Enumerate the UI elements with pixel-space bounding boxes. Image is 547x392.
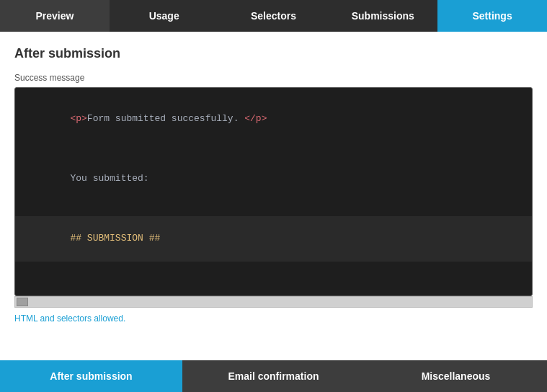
tab-miscellaneous[interactable]: Miscellaneous bbox=[365, 360, 547, 392]
code-line-4 bbox=[25, 202, 522, 217]
code-text-submitted: You submitted: bbox=[70, 173, 148, 184]
tab-usage[interactable]: Usage bbox=[110, 0, 219, 32]
tab-after-submission[interactable]: After submission bbox=[0, 360, 182, 392]
tab-submissions[interactable]: Submissions bbox=[328, 0, 437, 32]
tab-settings[interactable]: Settings bbox=[437, 0, 547, 32]
code-keyword-submission: ## SUBMISSION ## bbox=[70, 233, 160, 244]
section-title: After submission bbox=[14, 46, 533, 61]
code-text-form: Form submitted succesfully. bbox=[87, 113, 244, 124]
field-label: Success message bbox=[14, 73, 533, 83]
main-content: After submission Success message <p>Form… bbox=[0, 32, 547, 392]
tab-selectors[interactable]: Selectors bbox=[219, 0, 329, 32]
scroll-bar[interactable] bbox=[14, 296, 533, 308]
hint-text: HTML and selectors allowed. bbox=[14, 313, 533, 324]
page-wrapper: Preview Usage Selectors Submissions Sett… bbox=[0, 0, 547, 392]
scroll-thumb[interactable] bbox=[17, 298, 28, 306]
tab-email-confirmation[interactable]: Email confirmation bbox=[182, 360, 365, 392]
code-line-3: You submitted: bbox=[25, 156, 522, 201]
top-nav: Preview Usage Selectors Submissions Sett… bbox=[0, 0, 547, 32]
code-tag-open: <p> bbox=[70, 113, 86, 124]
code-line-2 bbox=[25, 141, 522, 156]
tab-preview[interactable]: Preview bbox=[0, 0, 110, 32]
code-line-1: <p>Form submitted succesfully. </p> bbox=[25, 97, 522, 141]
code-line-5: ## SUBMISSION ## bbox=[15, 216, 532, 261]
code-editor[interactable]: <p>Form submitted succesfully. </p> You … bbox=[14, 87, 533, 296]
code-tag-close: </p> bbox=[244, 113, 267, 124]
bottom-nav: After submission Email confirmation Misc… bbox=[0, 360, 547, 392]
